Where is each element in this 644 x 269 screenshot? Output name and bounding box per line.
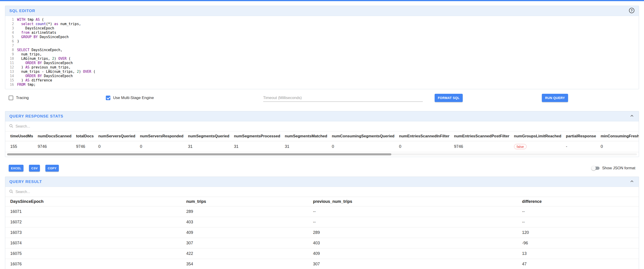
line-number: 12 [5,65,14,70]
result-column-header[interactable]: DaysSinceEpoch [5,197,183,206]
stats-cell: false [512,141,564,152]
result-cell: 403 [183,217,310,227]
code-line[interactable]: from airlineStats [17,31,639,35]
result-column-header[interactable]: num_trips [183,197,310,206]
table-row: 16073409289120 [5,227,639,238]
stats-search-row [5,121,639,131]
svg-text:?: ? [631,9,633,12]
stats-table-scroll-area[interactable]: timeUsedMsnumDocsScannedtotalDocsnumServ… [5,131,639,152]
table-row: 16074307403-96 [5,238,639,248]
sql-editor-title: SQL EDITOR [9,9,35,13]
stats-collapse-button[interactable] [629,113,635,119]
line-number-gutter: 12345678910111213141516 [5,18,17,87]
table-row: 16072403---- [5,217,639,227]
stats-column-header[interactable]: numDocsScanned [35,131,74,141]
query-controls-row: Tracing Use Multi-Stage Engine FORMAT SQ… [5,93,639,102]
stats-panel-header: QUERY RESPONSE STATS [5,111,639,121]
stats-cell: 0 [138,141,186,152]
line-number: 13 [5,70,14,74]
line-number: 2 [5,22,14,26]
copy-button[interactable]: COPY [46,165,58,172]
stats-column-header[interactable]: partialResponse [564,131,598,141]
stats-column-header[interactable]: numServersQueried [96,131,138,141]
code-line[interactable]: ) AS previous_num_trips, [17,65,639,70]
code-line[interactable]: num_trips, [17,52,639,57]
result-cell: -- [309,206,518,217]
csv-button[interactable]: CSV [29,165,40,172]
stats-cell: 0 [598,141,639,152]
chevron-up-icon [629,113,635,119]
horizontal-scrollbar-thumb[interactable] [7,153,391,155]
result-cell: 120 [518,227,639,238]
result-search-input[interactable] [16,190,111,194]
line-number: 11 [5,61,14,65]
result-column-header[interactable]: previous_num_trips [309,197,518,206]
result-cell: 354 [183,259,310,269]
magnifier-icon [9,189,14,195]
result-header-row: DaysSinceEpochnum_tripsprevious_num_trip… [5,197,639,206]
code-line[interactable]: num_trips - LAG(num_trips, 2) OVER ( [17,70,639,74]
multi-stage-checkbox[interactable] [106,96,110,100]
stats-column-header[interactable]: numSegmentsQueried [186,131,232,141]
result-column-header[interactable]: difference [518,197,639,206]
stats-table: timeUsedMsnumDocsScannedtotalDocsnumServ… [5,131,639,152]
code-line[interactable]: ORDER BY DaysSinceEpoch [17,74,639,78]
result-cell: -96 [518,238,639,248]
stats-column-header[interactable]: numEntriesScannedPostFilter [452,131,512,141]
stats-cell: 31 [232,141,282,152]
code-line[interactable]: SELECT DaysSinceEpoch, [17,48,639,52]
code-line[interactable]: select count(*) as num_trips, [17,22,639,26]
stats-search-input[interactable] [16,124,111,128]
table-row: 16071289---- [5,206,639,217]
line-number: 6 [5,39,14,44]
chevron-up-icon [629,179,635,185]
stats-cell: 9746 [452,141,512,152]
sql-code-editor[interactable]: 12345678910111213141516 WITH tmp AS ( se… [5,16,639,89]
query-response-stats-panel: QUERY RESPONSE STATS timeUsedMsnumDocsSc… [5,111,639,157]
line-number: 3 [5,26,14,31]
result-cell: 13 [518,248,639,259]
result-search-row [5,187,639,197]
stats-column-header[interactable]: numSegmentsProcessed [232,131,282,141]
tracing-control[interactable]: Tracing [9,96,29,100]
result-cell: -- [518,206,639,217]
result-cell: 16074 [5,238,183,248]
help-button[interactable]: ? [629,8,635,14]
timeout-input[interactable] [263,94,423,102]
result-collapse-button[interactable] [629,179,635,185]
line-number: 15 [5,78,14,83]
false-status-badge: false [514,144,527,149]
stats-column-header[interactable]: numServersResponded [138,131,186,141]
result-panel-title: QUERY RESULT [9,180,42,184]
stats-column-header[interactable]: timeUsedMs [5,131,35,141]
sql-editor-header: SQL EDITOR ? [5,6,639,16]
code-line[interactable]: WITH tmp AS ( [17,18,639,22]
excel-button[interactable]: EXCEL [9,165,24,172]
stats-cell: 9746 [74,141,96,152]
multi-stage-control[interactable]: Use Multi-Stage Engine [106,96,154,100]
stats-column-header[interactable]: numGroupsLimitReached [512,131,564,141]
line-number: 5 [5,35,14,39]
code-line[interactable]: GROUP BY DaysSinceEpoch [17,35,639,39]
stats-column-header[interactable]: numEntriesScannedInFilter [397,131,452,141]
tracing-checkbox[interactable] [9,96,13,100]
code-line[interactable]: FROM tmp; [17,83,639,87]
run-query-button[interactable]: RUN QUERY [542,94,568,102]
sql-editor-panel: SQL EDITOR ? 12345678910111213141516 WIT… [5,6,639,89]
stats-column-header[interactable]: totalDocs [74,131,96,141]
table-row: 1607542240913 [5,248,639,259]
result-cell: 409 [309,248,518,259]
show-json-toggle[interactable] [591,166,600,170]
code-line[interactable]: ) [17,39,639,44]
code-line[interactable]: ORDER BY DaysSinceEpoch [17,61,639,65]
result-cell: 16071 [5,206,183,217]
code-line[interactable]: LAG(num_trips, 2) OVER ( [17,57,639,61]
stats-column-header[interactable]: minConsumingFreshnessTimeMs [598,131,639,141]
stats-column-header[interactable]: numSegmentsMatched [282,131,330,141]
code-line[interactable]: ) AS difference [17,78,639,83]
code-area[interactable]: WITH tmp AS ( select count(*) as num_tri… [17,18,639,87]
code-line[interactable] [17,44,639,48]
code-line[interactable]: DaysSinceEpoch [17,26,639,31]
format-sql-button[interactable]: FORMAT SQL [435,94,463,102]
stats-column-header[interactable]: numConsumingSegmentsQueried [330,131,397,141]
